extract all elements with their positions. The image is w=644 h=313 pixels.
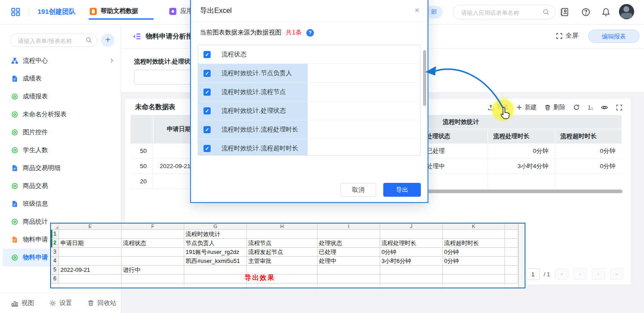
tab-app[interactable]: 应用 (169, 7, 193, 15)
checkbox-checked-icon[interactable] (203, 89, 211, 96)
next-page-button[interactable]: › (592, 268, 605, 280)
checkbox-checked-icon[interactable] (203, 51, 211, 58)
excel-spacer (443, 283, 505, 288)
checkbox-checked-icon[interactable] (203, 145, 211, 152)
excel-cell (184, 275, 247, 283)
user-avatar[interactable] (619, 4, 634, 19)
excel-cell: 主管审批 (247, 257, 318, 266)
help-circle-icon[interactable] (306, 29, 314, 37)
excel-spacer (380, 283, 443, 288)
excel-spacer (318, 283, 380, 288)
close-icon[interactable] (415, 6, 419, 14)
checkbox-checked-icon[interactable] (203, 126, 211, 133)
plus-icon (516, 104, 522, 110)
prev-page-button[interactable]: ‹ (573, 268, 587, 280)
excel-cell (505, 257, 518, 266)
excel-cell (380, 275, 443, 283)
sidebar-item-score-report[interactable]: 成绩报表 (0, 88, 121, 106)
sort-icon[interactable] (588, 104, 593, 111)
sidebar-item-image-widget[interactable]: 图片控件 (0, 123, 121, 141)
sidebar-item-class-info[interactable]: 班级信息 (0, 195, 121, 213)
field-row[interactable]: 流程时效统计.节点负责人 (198, 64, 420, 83)
report-green-icon (11, 111, 18, 118)
sidebar-search-input[interactable] (17, 36, 81, 46)
sidebar-item-goods-trade[interactable]: 商品交易 (0, 177, 121, 195)
excel-cell: 流程节点 (247, 239, 318, 248)
visibility-eye-icon[interactable] (601, 104, 608, 111)
excel-corner-cell (51, 224, 59, 230)
report-green-icon (11, 218, 18, 225)
global-search-input[interactable] (460, 8, 540, 17)
export-result-caption: 导出效果 (245, 274, 275, 282)
excel-cell: 流程发起节点 (247, 248, 318, 257)
header-group-label: 流程时效统计 (443, 115, 479, 129)
views-button[interactable]: 视图 (11, 299, 34, 307)
checkbox-checked-icon[interactable] (203, 107, 211, 114)
excel-cell (380, 266, 443, 275)
delete-button[interactable]: 删除 (544, 103, 565, 111)
field-row[interactable]: 流程状态 (198, 45, 420, 64)
sidebar-item-process-center[interactable]: 流程中心 (0, 52, 121, 70)
header-corner-cell (131, 115, 153, 144)
refresh-icon[interactable] (573, 104, 580, 111)
header-status-cell[interactable]: 处理状态 (421, 129, 487, 144)
modal-info-row: 当前图表数据来源为数据视图 共1条 (200, 29, 314, 37)
help-icon[interactable] (581, 8, 590, 17)
search-icon (542, 8, 550, 16)
app-grid-icon[interactable] (11, 7, 21, 17)
global-search[interactable] (453, 5, 555, 19)
team-name[interactable]: 191创建团队 (38, 8, 76, 16)
field-row[interactable]: 流程时效统计.流程处理时长 (198, 120, 420, 139)
fullscreen-button[interactable]: 全屏 (556, 32, 578, 40)
collapse-panel-icon[interactable] (133, 33, 141, 40)
sidebar-item-goods-trade-detail[interactable]: 商品交易明细 (0, 159, 121, 177)
doc-blue-icon (11, 75, 18, 82)
sidebar-item-student-count[interactable]: 学生人数 (0, 141, 121, 159)
contacts-icon[interactable] (560, 8, 569, 17)
excel-col-header: H (247, 224, 318, 230)
excel-cell: 申请日期 (59, 239, 122, 248)
horizontal-scrollbar[interactable] (424, 190, 623, 193)
doc-blue-icon (11, 165, 18, 172)
field-row[interactable]: 流程时效统计.流程超时时长 (198, 139, 420, 156)
last-page-button[interactable]: » (610, 268, 623, 280)
modal-title: 导出Excel (200, 6, 232, 16)
sidebar-item-score-form[interactable]: 成绩表 (0, 70, 121, 88)
avatar-figure (623, 6, 629, 12)
chevron-right-icon[interactable] (109, 58, 114, 63)
excel-spacer (184, 283, 247, 288)
cancel-button[interactable]: 取消 (340, 183, 376, 197)
field-row[interactable]: 流程时效统计.流程节点 (198, 83, 420, 102)
page-number-input[interactable] (526, 268, 540, 280)
gear-icon (49, 300, 56, 307)
excel-cell (184, 266, 247, 275)
recycle-bin-button[interactable]: 回收站 (87, 299, 116, 307)
first-page-button[interactable]: « (555, 268, 568, 280)
excel-row-number: 1 (51, 230, 59, 239)
excel-cell: 节点负责人 (184, 239, 247, 248)
add-form-button[interactable] (101, 34, 114, 47)
edit-report-button[interactable]: 编辑报表 (588, 30, 640, 43)
excel-cell: 0分钟 (380, 248, 443, 257)
sidebar-search[interactable] (10, 34, 97, 47)
settings-button[interactable]: 设置 (49, 299, 72, 307)
tab-help-doc-data[interactable]: 帮助文档数据 (89, 7, 138, 15)
excel-cell: 流程处理时长 (380, 239, 443, 248)
expand-icon[interactable] (616, 104, 623, 111)
export-confirm-button[interactable]: 导出 (383, 183, 421, 197)
header-duration-cell[interactable]: 流程处理时长 (488, 129, 555, 144)
trash-icon (544, 104, 551, 111)
new-record-button[interactable]: 新建 (516, 103, 537, 111)
field-list: 流程状态 流程时效统计.节点负责人 流程时效统计.流程节点 流程时效统计.处理状… (198, 45, 420, 156)
field-row[interactable]: 流程时效统计.处理状态 (198, 102, 420, 120)
vertical-scrollbar[interactable] (423, 50, 426, 106)
excel-cell (122, 248, 184, 257)
record-count-badge: 共1条 (286, 29, 302, 37)
excel-cell (505, 230, 518, 239)
checkbox-checked-icon[interactable] (203, 70, 211, 77)
notifications-bell-icon[interactable] (602, 8, 610, 17)
sidebar-item-unnamed-analysis-report[interactable]: 未命名分析报表 (0, 106, 121, 123)
header-overtime-cell[interactable]: 流程超时时长 (555, 129, 622, 144)
excel-cell (122, 275, 184, 283)
excel-cell (122, 257, 184, 266)
